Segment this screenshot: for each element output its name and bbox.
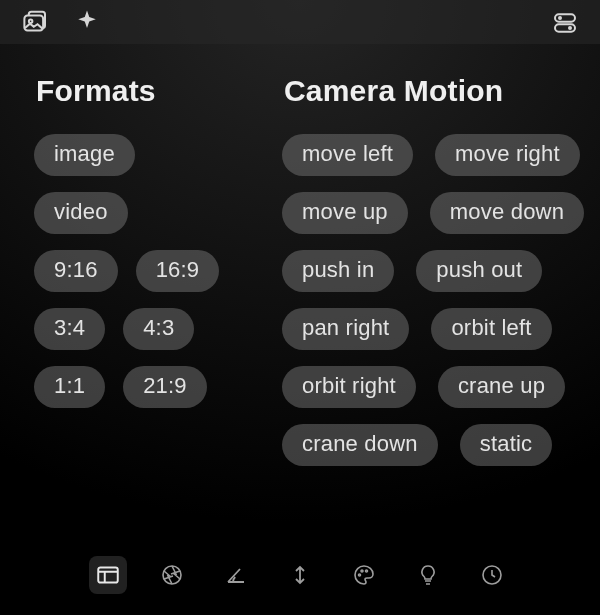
- formats-column: Formats imagevideo9:1616:93:44:31:121:9: [34, 74, 282, 482]
- camera_motion-chip[interactable]: crane down: [282, 424, 438, 466]
- chip-row: pan rightorbit left: [282, 308, 600, 350]
- svg-rect-6: [98, 567, 118, 582]
- svg-point-7: [163, 566, 181, 584]
- nav-aperture-icon[interactable]: [153, 556, 191, 594]
- camera_motion-chip[interactable]: orbit right: [282, 366, 416, 408]
- camera_motion-chip[interactable]: move down: [430, 192, 584, 234]
- nav-layout-icon[interactable]: [89, 556, 127, 594]
- svg-point-3: [558, 16, 562, 20]
- settings-toggle-icon[interactable]: [550, 8, 580, 38]
- chip-row: orbit rightcrane up: [282, 366, 600, 408]
- chip-row: push inpush out: [282, 250, 600, 292]
- nav-bulb-icon[interactable]: [409, 556, 447, 594]
- sparkle-icon[interactable]: [72, 8, 102, 38]
- svg-point-10: [366, 570, 368, 572]
- camera-motion-chip-list: move leftmove rightmove upmove downpush …: [282, 134, 600, 482]
- camera_motion-chip[interactable]: move up: [282, 192, 408, 234]
- svg-point-8: [359, 574, 361, 576]
- content-area: Formats imagevideo9:1616:93:44:31:121:9 …: [0, 44, 600, 482]
- camera_motion-chip[interactable]: move right: [435, 134, 580, 176]
- camera-motion-title: Camera Motion: [284, 74, 600, 108]
- svg-rect-4: [555, 24, 575, 32]
- chip-row: move upmove down: [282, 192, 600, 234]
- formats-chip[interactable]: 1:1: [34, 366, 105, 408]
- camera-motion-column: Camera Motion move leftmove rightmove up…: [282, 74, 600, 482]
- top-bar: [0, 0, 600, 44]
- top-bar-left: [20, 8, 102, 38]
- svg-rect-0: [24, 16, 43, 31]
- chip-row: 9:1616:9: [34, 250, 282, 292]
- camera_motion-chip[interactable]: static: [460, 424, 553, 466]
- chip-row: video: [34, 192, 282, 234]
- app-root: Formats imagevideo9:1616:93:44:31:121:9 …: [0, 0, 600, 615]
- bottom-nav: [0, 539, 600, 615]
- svg-point-5: [568, 26, 572, 30]
- camera_motion-chip[interactable]: push in: [282, 250, 394, 292]
- chip-row: crane downstatic: [282, 424, 600, 466]
- formats-chip-list: imagevideo9:1616:93:44:31:121:9: [34, 134, 282, 424]
- nav-angle-icon[interactable]: [217, 556, 255, 594]
- formats-chip[interactable]: 9:16: [34, 250, 118, 292]
- formats-chip[interactable]: 21:9: [123, 366, 207, 408]
- formats-chip[interactable]: 16:9: [136, 250, 220, 292]
- formats-chip[interactable]: video: [34, 192, 128, 234]
- formats-chip[interactable]: 3:4: [34, 308, 105, 350]
- camera_motion-chip[interactable]: move left: [282, 134, 413, 176]
- camera_motion-chip[interactable]: push out: [416, 250, 542, 292]
- camera_motion-chip[interactable]: crane up: [438, 366, 565, 408]
- svg-point-9: [361, 570, 363, 572]
- nav-clock-icon[interactable]: [473, 556, 511, 594]
- chip-row: 1:121:9: [34, 366, 282, 408]
- gallery-icon[interactable]: [20, 8, 50, 38]
- chip-row: 3:44:3: [34, 308, 282, 350]
- chip-row: move leftmove right: [282, 134, 600, 176]
- formats-chip[interactable]: 4:3: [123, 308, 194, 350]
- chip-row: image: [34, 134, 282, 176]
- formats-chip[interactable]: image: [34, 134, 135, 176]
- nav-vertical-icon[interactable]: [281, 556, 319, 594]
- nav-palette-icon[interactable]: [345, 556, 383, 594]
- camera_motion-chip[interactable]: orbit left: [431, 308, 551, 350]
- formats-title: Formats: [36, 74, 282, 108]
- svg-point-1: [29, 19, 33, 23]
- camera_motion-chip[interactable]: pan right: [282, 308, 409, 350]
